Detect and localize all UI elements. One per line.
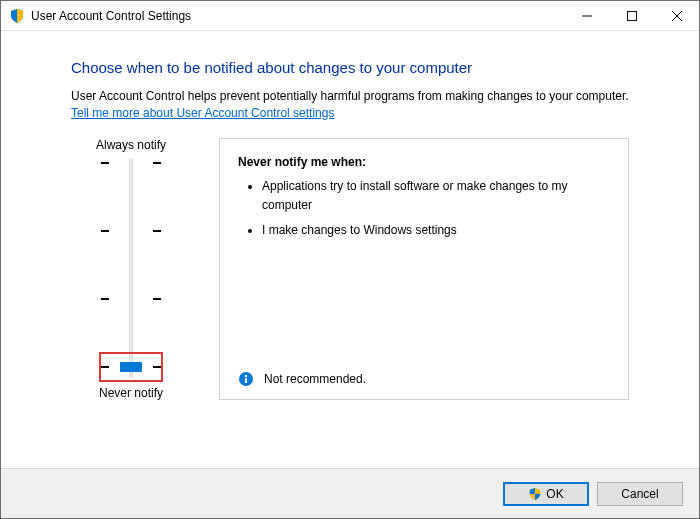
page-heading: Choose when to be notified about changes… [71,59,629,76]
slider-label-top: Always notify [96,138,166,152]
description-text: User Account Control helps prevent poten… [71,88,629,122]
svg-rect-3 [245,375,247,377]
minimize-button[interactable] [564,1,609,30]
info-bullet: Applications try to install software or … [262,177,610,215]
svg-rect-2 [245,378,247,383]
ok-label: OK [546,487,563,501]
footer-bar: OK Cancel [1,468,699,518]
window-title: User Account Control Settings [31,9,191,23]
info-title: Never notify me when: [238,155,610,169]
cancel-label: Cancel [621,487,658,501]
learn-more-link[interactable]: Tell me more about User Account Control … [71,106,334,120]
description-line: User Account Control helps prevent poten… [71,89,629,103]
titlebar: User Account Control Settings [1,1,699,31]
info-footer-text: Not recommended. [264,372,366,386]
info-list: Applications try to install software or … [244,177,610,247]
slider-thumb[interactable] [120,362,142,372]
maximize-button[interactable] [609,1,654,30]
shield-icon [528,487,542,501]
ok-button[interactable]: OK [503,482,589,506]
slider-column: Always notify Never notify [71,138,191,400]
close-button[interactable] [654,1,699,30]
svg-rect-0 [627,11,636,20]
info-icon [238,371,254,387]
notification-slider[interactable] [101,158,161,378]
info-panel: Never notify me when: Applications try t… [219,138,629,400]
slider-area: Always notify Never notify Never notify … [71,138,629,400]
info-footer: Not recommended. [238,361,610,387]
content-area: Choose when to be notified about changes… [1,31,699,468]
slider-label-bottom: Never notify [99,386,163,400]
cancel-button[interactable]: Cancel [597,482,683,506]
uac-settings-window: User Account Control Settings Choose whe… [0,0,700,519]
shield-icon [9,8,25,24]
info-bullet: I make changes to Windows settings [262,221,610,240]
